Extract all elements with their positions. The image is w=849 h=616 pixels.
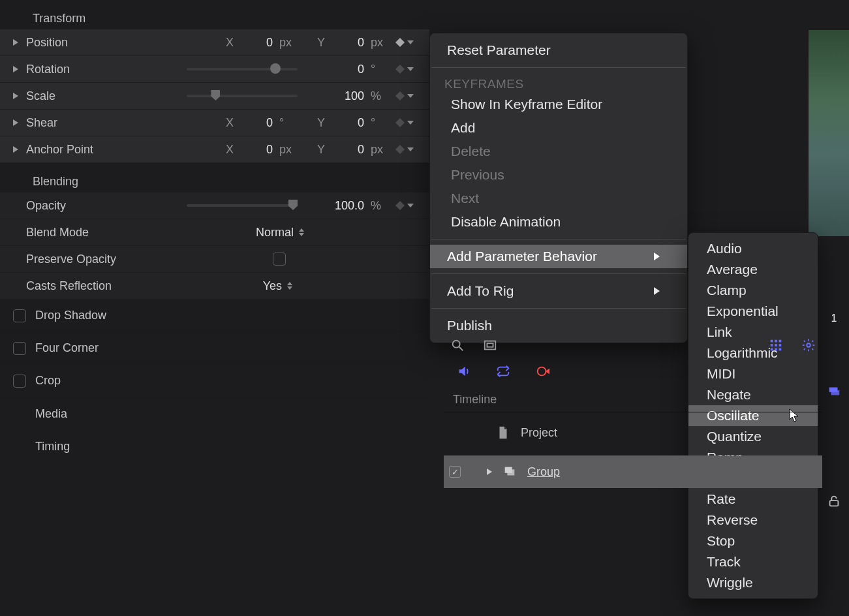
disclosure-icon[interactable] xyxy=(13,66,18,72)
menu-delete-keyframe: Delete xyxy=(430,140,687,163)
svg-rect-12 xyxy=(779,348,782,351)
group-visible-checkbox[interactable]: ✓ xyxy=(449,466,461,478)
rotation-unit: ° xyxy=(371,63,389,76)
keyframe-icon[interactable] xyxy=(395,201,405,210)
chevron-down-icon[interactable] xyxy=(407,121,414,125)
timeline-panel: Timeline Project ✓ Group xyxy=(444,331,822,488)
scale-value[interactable]: 100 xyxy=(333,89,364,103)
chevron-down-icon[interactable] xyxy=(407,67,414,71)
svg-rect-17 xyxy=(507,469,514,475)
crop-checkbox[interactable] xyxy=(13,375,26,388)
layers-icon xyxy=(502,465,517,479)
menu-add-to-rig[interactable]: Add To Rig xyxy=(430,279,687,303)
rotation-slider[interactable] xyxy=(187,68,298,70)
menu-show-in-keyframe-editor[interactable]: Show In Keyframe Editor xyxy=(430,93,687,116)
svg-rect-11 xyxy=(775,348,777,351)
position-x-unit: px xyxy=(279,36,298,50)
rotation-value[interactable]: 0 xyxy=(333,63,364,76)
behavior-clamp[interactable]: Clamp xyxy=(688,280,818,301)
keyframe-icon[interactable] xyxy=(395,38,405,47)
shear-x-value[interactable]: 0 xyxy=(241,116,273,130)
chevron-down-icon[interactable] xyxy=(407,147,414,151)
chevron-down-icon[interactable] xyxy=(407,40,414,44)
disclosure-icon[interactable] xyxy=(487,469,492,475)
scale-slider[interactable] xyxy=(187,95,298,97)
behavior-track[interactable]: Track xyxy=(688,551,818,572)
menu-disable-animation[interactable]: Disable Animation xyxy=(430,210,687,234)
behavior-label: Exponential xyxy=(707,303,779,318)
gear-icon[interactable] xyxy=(801,338,816,352)
behavior-wriggle[interactable]: Wriggle xyxy=(688,572,818,593)
row-shear[interactable]: Shear X 0 ° Y 0 ° xyxy=(0,110,429,136)
shear-y-value[interactable]: 0 xyxy=(333,116,364,130)
anchor-x-value[interactable]: 0 xyxy=(241,143,273,157)
row-opacity[interactable]: Opacity 100.0 % xyxy=(0,192,429,219)
parameter-context-menu[interactable]: Reset Parameter KEYFRAMES Show In Keyfra… xyxy=(429,33,688,343)
behavior-stop[interactable]: Stop xyxy=(688,531,818,551)
timeline-group-row[interactable]: ✓ Group xyxy=(444,455,822,488)
svg-point-0 xyxy=(453,341,460,348)
record-icon[interactable] xyxy=(535,364,549,378)
row-anchor[interactable]: Anchor Point X 0 px Y 0 px xyxy=(0,136,429,163)
submenu-arrow-icon xyxy=(654,253,660,260)
position-y-value[interactable]: 0 xyxy=(333,36,364,50)
label-shear: Shear xyxy=(26,116,124,130)
behavior-label: Wriggle xyxy=(707,575,753,590)
row-rotation[interactable]: Rotation 0 ° xyxy=(0,56,429,83)
behavior-rate[interactable]: Rate xyxy=(688,489,818,510)
drop-shadow-checkbox[interactable] xyxy=(13,309,26,322)
row-drop-shadow[interactable]: Drop Shadow xyxy=(0,300,429,332)
fit-to-window-icon[interactable] xyxy=(483,338,497,352)
anchor-y-value[interactable]: 0 xyxy=(333,143,364,157)
timeline-project-row[interactable]: Project xyxy=(444,416,822,449)
row-position[interactable]: Position X 0 px Y 0 px xyxy=(0,29,429,56)
chevron-down-icon[interactable] xyxy=(407,204,414,208)
chevron-down-icon[interactable] xyxy=(407,94,414,98)
row-media[interactable]: Media xyxy=(0,397,429,430)
row-timing[interactable]: Timing xyxy=(0,430,429,463)
behavior-exponential[interactable]: Exponential xyxy=(688,301,818,322)
layers-stack-icon[interactable] xyxy=(827,384,841,399)
audio-icon[interactable] xyxy=(457,364,471,378)
anchor-y-unit: px xyxy=(371,143,389,157)
casts-reflection-select[interactable]: Yes xyxy=(263,279,292,293)
lock-icon[interactable] xyxy=(827,494,841,508)
keyframe-icon[interactable] xyxy=(395,65,405,74)
label-blendmode: Blend Mode xyxy=(26,226,124,239)
disclosure-icon[interactable] xyxy=(13,93,18,99)
blendmode-select[interactable]: Normal xyxy=(256,226,304,239)
filters-hud-icon[interactable] xyxy=(769,338,783,352)
row-crop[interactable]: Crop xyxy=(0,365,429,397)
four-corner-checkbox[interactable] xyxy=(13,342,26,355)
menu-add-parameter-behavior[interactable]: Add Parameter Behavior xyxy=(430,245,687,268)
loop-icon[interactable] xyxy=(496,364,510,378)
menu-add-keyframe[interactable]: Add xyxy=(430,116,687,140)
behavior-average[interactable]: Average xyxy=(688,259,818,280)
preserve-opacity-checkbox[interactable] xyxy=(273,253,286,266)
keyframe-icon[interactable] xyxy=(395,118,405,127)
position-x-value[interactable]: 0 xyxy=(241,36,273,50)
axis-y-label: Y xyxy=(316,143,326,157)
opacity-slider[interactable] xyxy=(187,204,298,207)
menu-reset-parameter[interactable]: Reset Parameter xyxy=(430,38,687,62)
keyframe-icon[interactable] xyxy=(395,91,405,100)
disclosure-icon[interactable] xyxy=(13,119,18,126)
row-blendmode[interactable]: Blend Mode Normal xyxy=(0,219,429,246)
shear-y-unit: ° xyxy=(371,116,389,130)
row-casts-reflection[interactable]: Casts Reflection Yes xyxy=(0,273,429,300)
behavior-reverse[interactable]: Reverse xyxy=(688,510,818,531)
behavior-audio[interactable]: Audio xyxy=(688,238,818,259)
row-preserve-opacity[interactable]: Preserve Opacity xyxy=(0,246,429,273)
row-scale[interactable]: Scale 100 % xyxy=(0,83,429,110)
menu-separator xyxy=(431,67,686,68)
disclosure-icon[interactable] xyxy=(13,39,18,46)
disclosure-icon[interactable] xyxy=(13,146,18,153)
behavior-label: Rate xyxy=(707,491,735,506)
behavior-label: Audio xyxy=(707,241,742,256)
row-four-corner[interactable]: Four Corner xyxy=(0,332,429,365)
search-icon[interactable] xyxy=(450,338,465,352)
casts-reflection-value: Yes xyxy=(263,279,282,293)
svg-rect-10 xyxy=(771,348,773,351)
opacity-value[interactable]: 100.0 xyxy=(333,199,364,213)
keyframe-icon[interactable] xyxy=(395,145,405,154)
